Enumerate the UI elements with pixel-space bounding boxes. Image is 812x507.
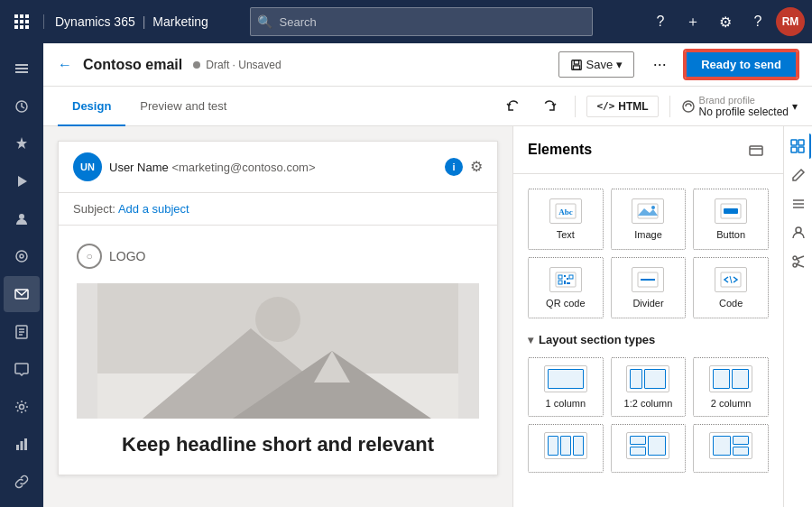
layout-1-2col[interactable]: 1:2 column [611, 357, 687, 417]
divider-element-label: Divider [632, 298, 663, 309]
sidebar-item-forms[interactable] [4, 314, 40, 350]
email-settings-icon[interactable]: ⚙ [470, 158, 483, 176]
add-button[interactable]: ＋ [678, 7, 707, 36]
sidebar-item-messages[interactable] [4, 351, 40, 387]
sidebar-item-segments[interactable] [4, 238, 40, 274]
layout-2col[interactable]: 2 column [693, 357, 769, 417]
scissors-tab-icon[interactable] [786, 249, 811, 274]
sidebar-item-email[interactable] [4, 276, 40, 312]
sidebar-item-pinned[interactable] [4, 125, 40, 161]
redo-button[interactable] [535, 92, 564, 121]
svg-point-42 [651, 206, 655, 209]
layout-chevron-icon[interactable]: ▾ [528, 334, 533, 346]
svg-rect-27 [574, 60, 578, 63]
layout-custom-icon [709, 432, 752, 459]
toolbar-separator [575, 96, 576, 117]
layers-tab-icon[interactable] [786, 191, 811, 217]
svg-rect-25 [24, 438, 27, 450]
layout-2-1col[interactable] [611, 424, 687, 473]
search-input[interactable] [250, 7, 593, 36]
sidebar-item-play[interactable] [4, 163, 40, 199]
panel-title: Elements [528, 142, 743, 158]
save-button[interactable]: Save ▾ [558, 51, 635, 78]
logo-circle: ○ [77, 244, 102, 269]
sidebar-item-menu[interactable] [4, 51, 40, 87]
toolbar-separator-2 [669, 96, 670, 117]
svg-point-22 [20, 404, 24, 409]
svg-rect-57 [791, 140, 797, 145]
info-button[interactable]: i [445, 158, 463, 176]
edit-tab-icon[interactable] [786, 162, 811, 188]
brand-profile-value: No profile selected [699, 106, 789, 118]
image-element-icon [632, 198, 664, 224]
svg-point-32 [255, 297, 300, 342]
logo-text: LOGO [109, 249, 145, 263]
undo-button[interactable] [499, 92, 528, 121]
layout-section-header: ▾ Layout section types [528, 333, 769, 346]
sidebar-item-links[interactable] [4, 464, 40, 500]
text-element-icon: Abc [549, 198, 582, 224]
settings-button[interactable]: ⚙ [711, 7, 740, 36]
elements-tab-icon[interactable] [786, 134, 811, 159]
svg-text:Abc: Abc [558, 207, 573, 217]
element-divider[interactable]: Divider [611, 257, 687, 318]
save-icon [570, 59, 583, 71]
svg-rect-44 [724, 208, 738, 214]
left-sidebar [0, 43, 43, 507]
ready-to-send-button[interactable]: Ready to send [685, 51, 798, 78]
waffle-button[interactable] [7, 7, 36, 36]
element-image[interactable]: Image [611, 189, 687, 250]
status-text: Draft · Unsaved [206, 59, 281, 71]
logo-row: ○ LOGO [77, 244, 479, 269]
subject-link[interactable]: Add a subject [118, 202, 189, 216]
svg-line-56 [730, 276, 732, 283]
tab-preview[interactable]: Preview and test [125, 87, 241, 126]
svg-rect-1 [20, 14, 23, 18]
svg-rect-23 [16, 445, 19, 450]
html-button[interactable]: </> HTML [586, 96, 658, 117]
svg-rect-36 [750, 146, 762, 155]
svg-point-66 [793, 263, 797, 267]
top-navigation: Dynamics 365 | Marketing 🔍 ? ＋ ⚙ ? RM [0, 0, 812, 43]
panel-expand-button[interactable] [743, 137, 769, 162]
user-avatar[interactable]: RM [776, 7, 805, 36]
editor-area: UN User Name <marketing@contoso.com> i ⚙… [43, 126, 812, 507]
text-element-label: Text [557, 229, 575, 240]
layout-1col[interactable]: 1 column [528, 357, 604, 417]
email-image-placeholder[interactable] [77, 283, 479, 419]
element-code[interactable]: Code [693, 257, 769, 318]
layout-3col[interactable] [528, 424, 604, 473]
sidebar-item-contacts[interactable] [4, 201, 40, 237]
svg-rect-5 [25, 20, 29, 23]
sidebar-item-analytics[interactable] [4, 427, 40, 463]
svg-rect-4 [20, 20, 23, 23]
svg-rect-8 [25, 25, 29, 29]
element-button[interactable]: Button [693, 189, 769, 250]
app-body: ← Contoso email Draft · Unsaved Save ▾ ·… [0, 43, 812, 507]
nav-icon-group: ? ＋ ⚙ ? RM [646, 7, 805, 36]
brand-profile-selector[interactable]: Brand profile No profile selected ▾ [681, 95, 798, 118]
svg-rect-0 [14, 14, 18, 18]
module-name-label: Marketing [152, 14, 208, 29]
sidebar-item-recent[interactable] [4, 88, 40, 124]
element-qr[interactable]: QR code [528, 257, 604, 318]
svg-rect-3 [14, 20, 18, 23]
tab-design[interactable]: Design [58, 87, 125, 126]
sidebar-item-settings[interactable] [4, 389, 40, 425]
help-button[interactable]: ? [646, 7, 675, 36]
more-options-button[interactable]: ··· [645, 51, 674, 79]
info-button[interactable]: ? [743, 7, 772, 36]
panel-body: Abc Text [513, 174, 783, 507]
svg-line-67 [797, 256, 804, 259]
layout-custom[interactable] [693, 424, 769, 473]
brand-profile-label: Brand profile [699, 95, 789, 106]
svg-rect-49 [564, 275, 566, 277]
element-text[interactable]: Abc Text [528, 189, 604, 250]
page-title: Contoso email [83, 57, 182, 73]
app-branding: Dynamics 365 | Marketing [43, 14, 219, 29]
layout-1col-icon [544, 365, 587, 392]
email-canvas[interactable]: UN User Name <marketing@contoso.com> i ⚙… [43, 126, 512, 507]
app-name-label: Dynamics 365 [55, 14, 135, 29]
back-button[interactable]: ← [58, 57, 72, 73]
profile-tab-icon[interactable] [786, 220, 811, 245]
